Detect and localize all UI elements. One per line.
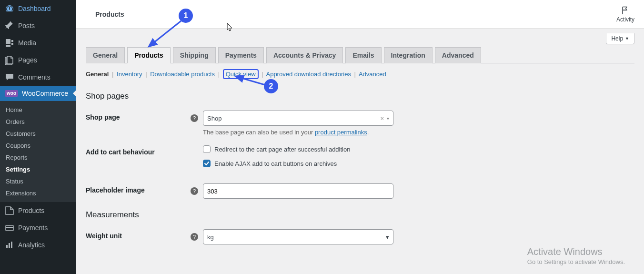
submenu-customers[interactable]: Customers: [0, 128, 76, 140]
sidebar-item-posts[interactable]: Posts: [0, 17, 76, 34]
annotation-badge-2: 2: [264, 79, 278, 93]
sidebar-item-payments[interactable]: Payments: [0, 219, 76, 236]
ajax-checkbox[interactable]: [203, 160, 211, 167]
sidebar-label: WooCommerce: [22, 90, 68, 97]
settings-sublinks: General | Inventory | Downloadable produ…: [86, 63, 634, 85]
settings-tabs: General Products Shipping Payments Accou…: [86, 47, 634, 63]
weight-unit-value: kg: [207, 233, 214, 241]
sublink-general[interactable]: General: [86, 71, 109, 78]
page-title: Products: [86, 10, 124, 18]
submenu-orders[interactable]: Orders: [0, 116, 76, 128]
svg-rect-4: [11, 242, 12, 248]
sidebar-item-comments[interactable]: Comments: [0, 69, 76, 86]
section-measurements: Measurements: [86, 210, 634, 220]
sublink-advanced[interactable]: Advanced: [359, 71, 386, 78]
svg-rect-2: [6, 245, 8, 248]
sublink-approved-directories[interactable]: Approved download directories: [266, 71, 351, 78]
submenu-reports[interactable]: Reports: [0, 152, 76, 163]
admin-sidebar: Dashboard Posts Media Pages Comments: [0, 0, 76, 274]
chevron-down-icon: ▾: [387, 116, 389, 121]
shop-page-value: Shop: [207, 115, 221, 122]
sidebar-label: Posts: [18, 22, 35, 30]
tab-emails[interactable]: Emails: [345, 47, 381, 63]
shop-page-hint: The base page can also be used in your p…: [203, 129, 393, 136]
top-bar: Products Activity: [76, 0, 644, 29]
redirect-label: Redirect to the cart page after successf…: [214, 146, 350, 153]
media-icon: [5, 38, 14, 48]
ajax-label: Enable AJAX add to cart buttons on archi…: [214, 160, 337, 167]
dashboard-icon: [5, 4, 14, 13]
label-shop-page: Shop page: [86, 111, 191, 121]
tab-accounts-privacy[interactable]: Accounts & Privacy: [266, 47, 343, 63]
tab-integration[interactable]: Integration: [384, 47, 433, 63]
sidebar-label: Payments: [18, 224, 48, 232]
svg-rect-1: [6, 227, 13, 228]
clear-icon[interactable]: ×: [380, 115, 384, 122]
sidebar-item-dashboard[interactable]: Dashboard: [0, 0, 76, 17]
pages-icon: [5, 55, 14, 65]
help-icon[interactable]: ?: [191, 114, 198, 122]
help-icon[interactable]: ?: [191, 233, 198, 241]
sidebar-label: Comments: [18, 73, 50, 81]
submenu-home[interactable]: Home: [0, 104, 76, 116]
label-add-to-cart: Add to cart behaviour: [86, 145, 191, 156]
help-toggle[interactable]: Help ▼: [606, 33, 634, 44]
sublink-inventory[interactable]: Inventory: [117, 71, 142, 78]
section-shop-pages: Shop pages: [86, 91, 634, 101]
main-content: Products Activity Help ▼ General Product…: [76, 0, 644, 274]
svg-rect-3: [9, 243, 10, 248]
cursor-icon: [227, 23, 233, 32]
sidebar-label: Media: [18, 39, 36, 47]
tab-products[interactable]: Products: [127, 47, 171, 63]
label-placeholder-image: Placeholder image: [86, 183, 191, 194]
shop-page-select[interactable]: Shop × ▾: [203, 111, 393, 126]
sidebar-label: Pages: [18, 56, 37, 64]
sidebar-label: Dashboard: [18, 5, 51, 12]
sidebar-item-analytics[interactable]: Analytics: [0, 236, 76, 254]
flag-icon: [621, 6, 630, 15]
sublink-downloadable[interactable]: Downloadable products: [150, 71, 215, 78]
sidebar-item-pages[interactable]: Pages: [0, 51, 76, 69]
tab-shipping[interactable]: Shipping: [173, 47, 216, 63]
tab-advanced[interactable]: Advanced: [435, 47, 481, 63]
activity-label: Activity: [616, 16, 634, 23]
svg-rect-0: [6, 225, 13, 231]
products-icon: [5, 206, 14, 215]
product-permalinks-link[interactable]: product permalinks: [315, 129, 367, 136]
submenu-extensions[interactable]: Extensions: [0, 187, 76, 199]
pin-icon: [5, 21, 14, 30]
sublink-quick-view[interactable]: Quick view: [226, 71, 256, 78]
woocommerce-submenu: Home Orders Customers Coupons Reports Se…: [0, 101, 76, 202]
tab-payments[interactable]: Payments: [218, 47, 264, 63]
sidebar-label: Analytics: [18, 241, 45, 249]
sidebar-item-woocommerce[interactable]: woo WooCommerce: [0, 86, 76, 101]
weight-unit-select[interactable]: kg ▾: [203, 229, 393, 244]
woocommerce-icon: woo: [5, 90, 18, 97]
annotation-badge-1: 1: [179, 9, 193, 23]
help-label: Help: [611, 35, 623, 42]
comments-icon: [5, 72, 14, 82]
redirect-checkbox[interactable]: [203, 145, 211, 153]
chevron-down-icon: ▼: [625, 36, 629, 41]
tab-general[interactable]: General: [86, 47, 125, 63]
activity-button[interactable]: Activity: [616, 6, 634, 23]
analytics-icon: [5, 240, 14, 250]
submenu-status[interactable]: Status: [0, 175, 76, 187]
payments-icon: [5, 223, 14, 233]
sidebar-item-products[interactable]: Products: [0, 202, 76, 219]
chevron-down-icon: ▾: [386, 233, 389, 241]
label-weight-unit: Weight unit: [86, 229, 191, 240]
submenu-settings[interactable]: Settings: [0, 163, 76, 175]
activate-windows-watermark: Activate Windows Go to Settings to activ…: [527, 246, 625, 265]
placeholder-image-input[interactable]: [203, 183, 393, 199]
sidebar-label: Products: [18, 207, 44, 214]
sidebar-item-media[interactable]: Media: [0, 34, 76, 51]
help-icon[interactable]: ?: [191, 187, 198, 195]
submenu-coupons[interactable]: Coupons: [0, 140, 76, 152]
